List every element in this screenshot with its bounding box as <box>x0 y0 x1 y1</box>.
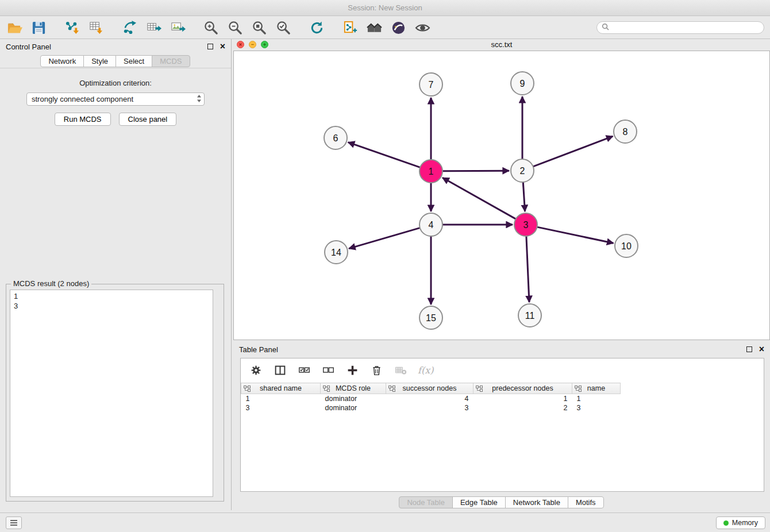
select-all-rows-icon[interactable] <box>297 363 311 377</box>
tab-node-table[interactable]: Node Table <box>399 496 453 508</box>
mcds-result-title: MCDS result (2 nodes) <box>11 279 91 288</box>
svg-text:7: 7 <box>429 80 434 90</box>
column-header-name[interactable]: name <box>572 383 621 394</box>
float-panel-icon[interactable] <box>207 44 213 49</box>
float-table-panel-icon[interactable] <box>746 346 752 352</box>
close-panel-icon[interactable]: × <box>220 42 225 51</box>
tab-style[interactable]: Style <box>83 55 116 67</box>
window-title: Session: New Session <box>348 3 422 12</box>
table-cell[interactable]: 1 <box>241 394 321 403</box>
svg-text:15: 15 <box>426 313 436 323</box>
table-row[interactable]: 3dominator323 <box>241 403 764 413</box>
table-cell[interactable]: 1 <box>473 394 572 403</box>
dropdown-arrows-icon <box>197 94 202 105</box>
run-mcds-button[interactable]: Run MCDS <box>55 113 111 126</box>
table-cell[interactable]: dominator <box>321 403 386 413</box>
delete-column-icon[interactable] <box>369 363 383 377</box>
svg-text:2: 2 <box>520 166 525 176</box>
criterion-dropdown[interactable]: strongly connected component <box>26 92 205 106</box>
table-cell[interactable]: 4 <box>386 394 473 403</box>
edge-1-6[interactable] <box>348 142 420 168</box>
tab-mcds[interactable]: MCDS <box>152 55 190 67</box>
node-8[interactable]: 8 <box>614 120 637 143</box>
edge-2-3[interactable] <box>523 182 525 211</box>
table-cell[interactable]: 1 <box>572 394 621 403</box>
status-bar: Memory <box>0 512 770 532</box>
houses-icon[interactable] <box>365 19 383 36</box>
node-11[interactable]: 11 <box>518 304 541 327</box>
node-2[interactable]: 2 <box>511 159 534 182</box>
search-input[interactable] <box>613 24 759 32</box>
save-session-icon[interactable] <box>30 19 47 36</box>
svg-text:6: 6 <box>333 133 338 143</box>
tab-network-table[interactable]: Network Table <box>505 496 568 508</box>
node-10[interactable]: 10 <box>615 234 638 257</box>
table-cell[interactable]: 3 <box>572 403 621 413</box>
table-cell[interactable]: 3 <box>241 403 321 413</box>
show-hide-icon[interactable] <box>414 19 431 36</box>
add-column-icon[interactable] <box>345 363 359 377</box>
table-cell[interactable]: dominator <box>321 394 386 403</box>
edge-3-11[interactable] <box>526 236 529 302</box>
node-14[interactable]: 14 <box>325 241 348 264</box>
node-3[interactable]: 3 <box>514 213 537 236</box>
tab-motifs[interactable]: Motifs <box>568 496 604 508</box>
svg-text:10: 10 <box>621 241 632 251</box>
node-6[interactable]: 6 <box>324 126 347 149</box>
node-7[interactable]: 7 <box>419 73 442 96</box>
toolbar-group <box>6 19 47 36</box>
node-1[interactable]: 1 <box>419 160 442 183</box>
column-header-predecessor-nodes[interactable]: predecessor nodes <box>473 383 572 394</box>
zoom-selected-icon[interactable] <box>275 19 292 36</box>
export-network-icon[interactable] <box>121 19 138 36</box>
column-header-shared-name[interactable]: shared name <box>241 383 321 394</box>
zoom-fit-icon[interactable] <box>251 19 268 36</box>
apply-layout-icon[interactable] <box>308 19 325 36</box>
edge-1-2[interactable] <box>442 171 509 171</box>
split-columns-icon[interactable] <box>273 363 287 377</box>
network-graph[interactable]: 7968124314101511 <box>234 51 769 340</box>
delete-table-icon <box>394 363 407 377</box>
node-15[interactable]: 15 <box>419 306 442 329</box>
deselect-all-rows-icon[interactable] <box>321 363 335 377</box>
memory-button-label: Memory <box>732 519 758 527</box>
tab-select[interactable]: Select <box>116 55 152 67</box>
edge-3-1[interactable] <box>442 178 516 219</box>
open-session-icon[interactable] <box>6 19 23 36</box>
svg-text:8: 8 <box>623 127 628 137</box>
edge-2-8[interactable] <box>533 136 613 167</box>
zoom-in-icon[interactable] <box>202 19 220 36</box>
search-box[interactable] <box>596 21 764 34</box>
import-network-icon[interactable] <box>63 19 80 36</box>
edge-3-10[interactable] <box>537 227 614 243</box>
table-cell[interactable]: 2 <box>473 403 572 413</box>
import-table-icon[interactable] <box>87 19 105 36</box>
toolbar-group <box>341 19 431 36</box>
table-panel-header: Table Panel × <box>233 342 770 357</box>
table-cell[interactable]: 3 <box>386 403 473 413</box>
main-toolbar <box>0 17 770 39</box>
close-table-panel-icon[interactable]: × <box>759 345 764 354</box>
mcds-result-list[interactable]: 1 3 <box>10 290 213 497</box>
node-table: shared nameMCDS rolesuccessor nodesprede… <box>241 383 764 413</box>
table-settings-icon[interactable] <box>249 363 263 377</box>
task-history-button[interactable] <box>6 516 22 529</box>
table-row[interactable]: 1dominator411 <box>241 394 764 403</box>
paint-style-icon[interactable] <box>390 19 407 36</box>
edge-4-14[interactable] <box>349 228 420 249</box>
column-header-MCDS-role[interactable]: MCDS role <box>321 383 386 394</box>
close-panel-button[interactable]: Close panel <box>119 113 177 126</box>
node-4[interactable]: 4 <box>419 213 442 236</box>
tab-edge-table[interactable]: Edge Table <box>452 496 506 508</box>
column-header-successor-nodes[interactable]: successor nodes <box>386 383 473 394</box>
zoom-out-icon[interactable] <box>226 19 244 36</box>
node-9[interactable]: 9 <box>511 72 534 95</box>
network-canvas[interactable]: 7968124314101511 <box>233 51 770 340</box>
toolbar-group <box>308 19 325 36</box>
mcds-result-groupbox: MCDS result (2 nodes) 1 3 <box>6 284 224 502</box>
tab-network[interactable]: Network <box>40 55 84 67</box>
export-image-icon[interactable] <box>169 19 186 36</box>
export-table-icon[interactable] <box>145 19 162 36</box>
first-neighbors-icon[interactable] <box>341 19 359 36</box>
memory-button[interactable]: Memory <box>716 516 765 529</box>
